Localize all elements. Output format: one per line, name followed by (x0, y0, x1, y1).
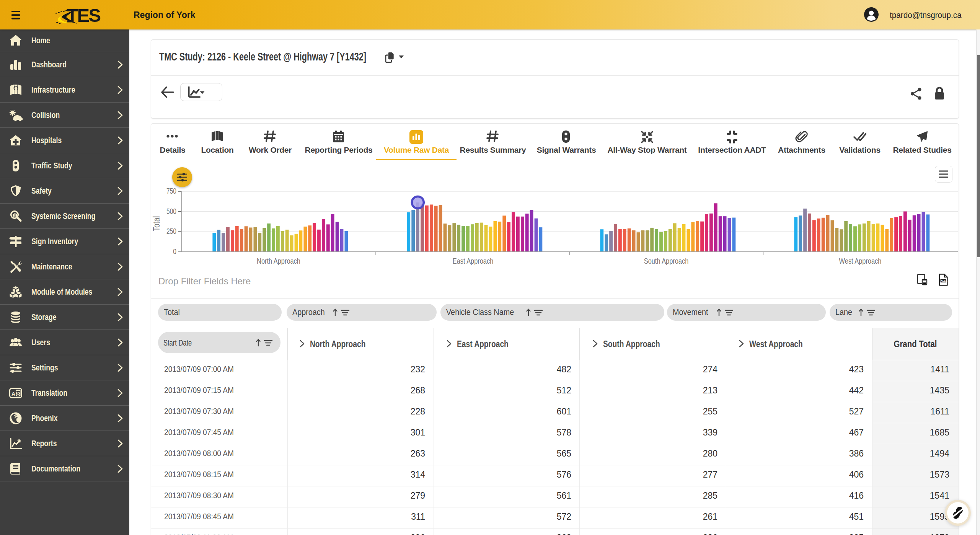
svg-text:TES: TES (67, 5, 101, 26)
svg-text:A: A (11, 390, 15, 396)
svg-text:XLSX: XLSX (941, 279, 947, 282)
